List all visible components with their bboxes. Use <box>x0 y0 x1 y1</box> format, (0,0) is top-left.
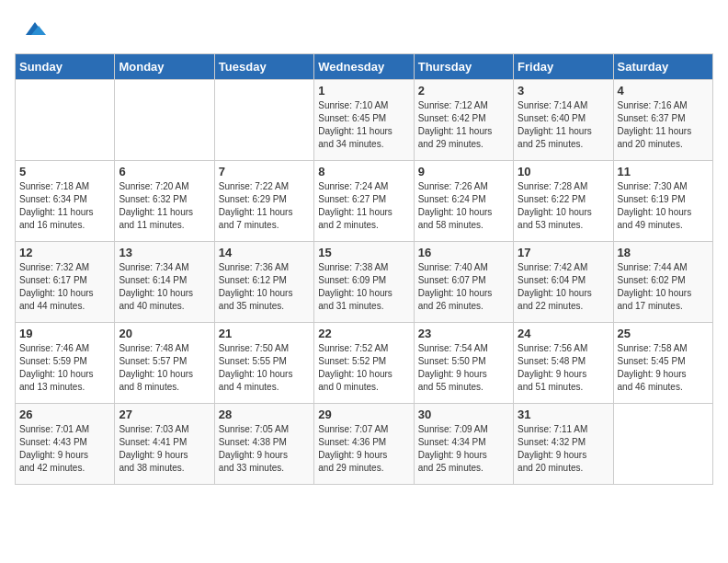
day-cell: 4Sunrise: 7:16 AM Sunset: 6:37 PM Daylig… <box>613 80 712 161</box>
day-number: 10 <box>518 165 609 178</box>
day-number: 17 <box>518 246 609 259</box>
day-cell: 21Sunrise: 7:50 AM Sunset: 5:55 PM Dayli… <box>214 323 313 404</box>
day-info: Sunrise: 7:34 AM Sunset: 6:14 PM Dayligh… <box>119 261 210 313</box>
day-info: Sunrise: 7:03 AM Sunset: 4:41 PM Dayligh… <box>119 423 210 475</box>
day-info: Sunrise: 7:30 AM Sunset: 6:19 PM Dayligh… <box>618 180 709 232</box>
day-info: Sunrise: 7:36 AM Sunset: 6:12 PM Dayligh… <box>219 261 310 313</box>
day-cell: 5Sunrise: 7:18 AM Sunset: 6:34 PM Daylig… <box>16 161 115 242</box>
day-number: 18 <box>618 246 709 259</box>
day-cell: 24Sunrise: 7:56 AM Sunset: 5:48 PM Dayli… <box>514 323 613 404</box>
day-info: Sunrise: 7:05 AM Sunset: 4:38 PM Dayligh… <box>219 423 310 475</box>
day-info: Sunrise: 7:18 AM Sunset: 6:34 PM Dayligh… <box>19 180 110 232</box>
day-cell: 23Sunrise: 7:54 AM Sunset: 5:50 PM Dayli… <box>414 323 513 404</box>
day-info: Sunrise: 7:52 AM Sunset: 5:52 PM Dayligh… <box>318 342 409 394</box>
week-row-2: 5Sunrise: 7:18 AM Sunset: 6:34 PM Daylig… <box>16 161 713 242</box>
day-number: 15 <box>318 246 409 259</box>
day-cell: 22Sunrise: 7:52 AM Sunset: 5:52 PM Dayli… <box>314 323 414 404</box>
day-cell: 1Sunrise: 7:10 AM Sunset: 6:45 PM Daylig… <box>314 80 414 161</box>
day-info: Sunrise: 7:44 AM Sunset: 6:02 PM Dayligh… <box>618 261 709 313</box>
day-info: Sunrise: 7:10 AM Sunset: 6:45 PM Dayligh… <box>318 99 409 151</box>
day-cell: 20Sunrise: 7:48 AM Sunset: 5:57 PM Dayli… <box>115 323 214 404</box>
logo-icon <box>18 15 46 42</box>
day-number: 6 <box>119 165 210 178</box>
header-row: SundayMondayTuesdayWednesdayThursdayFrid… <box>16 54 713 80</box>
day-cell: 18Sunrise: 7:44 AM Sunset: 6:02 PM Dayli… <box>613 242 712 323</box>
day-number: 3 <box>518 84 609 98</box>
day-cell: 10Sunrise: 7:28 AM Sunset: 6:22 PM Dayli… <box>514 161 613 242</box>
day-cell: 8Sunrise: 7:24 AM Sunset: 6:27 PM Daylig… <box>314 161 414 242</box>
column-header-sunday: Sunday <box>16 54 115 80</box>
day-number: 1 <box>318 84 409 98</box>
day-cell: 9Sunrise: 7:26 AM Sunset: 6:24 PM Daylig… <box>414 161 513 242</box>
column-header-saturday: Saturday <box>613 54 712 80</box>
day-number: 21 <box>219 327 310 340</box>
day-info: Sunrise: 7:56 AM Sunset: 5:48 PM Dayligh… <box>518 342 609 394</box>
day-number: 7 <box>219 165 310 178</box>
day-cell: 3Sunrise: 7:14 AM Sunset: 6:40 PM Daylig… <box>514 80 613 161</box>
logo <box>15 15 46 42</box>
day-cell: 2Sunrise: 7:12 AM Sunset: 6:42 PM Daylig… <box>414 80 513 161</box>
day-info: Sunrise: 7:16 AM Sunset: 6:37 PM Dayligh… <box>618 99 709 151</box>
day-cell: 25Sunrise: 7:58 AM Sunset: 5:45 PM Dayli… <box>613 323 712 404</box>
day-number: 8 <box>318 165 409 178</box>
day-info: Sunrise: 7:22 AM Sunset: 6:29 PM Dayligh… <box>219 180 310 232</box>
day-cell: 12Sunrise: 7:32 AM Sunset: 6:17 PM Dayli… <box>16 242 115 323</box>
day-info: Sunrise: 7:14 AM Sunset: 6:40 PM Dayligh… <box>518 99 609 151</box>
day-number: 31 <box>518 408 609 421</box>
day-info: Sunrise: 7:07 AM Sunset: 4:36 PM Dayligh… <box>318 423 409 475</box>
day-info: Sunrise: 7:50 AM Sunset: 5:55 PM Dayligh… <box>219 342 310 394</box>
day-cell: 30Sunrise: 7:09 AM Sunset: 4:34 PM Dayli… <box>414 404 513 485</box>
day-number: 2 <box>418 84 509 98</box>
day-cell: 16Sunrise: 7:40 AM Sunset: 6:07 PM Dayli… <box>414 242 513 323</box>
page-header <box>15 15 713 42</box>
day-number: 25 <box>618 327 709 340</box>
day-info: Sunrise: 7:38 AM Sunset: 6:09 PM Dayligh… <box>318 261 409 313</box>
day-cell: 7Sunrise: 7:22 AM Sunset: 6:29 PM Daylig… <box>214 161 313 242</box>
day-number: 30 <box>418 408 509 421</box>
column-header-thursday: Thursday <box>414 54 513 80</box>
day-number: 13 <box>119 246 210 259</box>
day-cell: 26Sunrise: 7:01 AM Sunset: 4:43 PM Dayli… <box>16 404 115 485</box>
day-number: 14 <box>219 246 310 259</box>
day-number: 23 <box>418 327 509 340</box>
day-cell: 13Sunrise: 7:34 AM Sunset: 6:14 PM Dayli… <box>115 242 214 323</box>
day-number: 16 <box>418 246 509 259</box>
day-cell: 27Sunrise: 7:03 AM Sunset: 4:41 PM Dayli… <box>115 404 214 485</box>
day-info: Sunrise: 7:01 AM Sunset: 4:43 PM Dayligh… <box>19 423 110 475</box>
day-info: Sunrise: 7:54 AM Sunset: 5:50 PM Dayligh… <box>418 342 509 394</box>
day-info: Sunrise: 7:48 AM Sunset: 5:57 PM Dayligh… <box>119 342 210 394</box>
day-number: 19 <box>19 327 110 340</box>
day-info: Sunrise: 7:42 AM Sunset: 6:04 PM Dayligh… <box>518 261 609 313</box>
day-info: Sunrise: 7:12 AM Sunset: 6:42 PM Dayligh… <box>418 99 509 151</box>
day-number: 28 <box>219 408 310 421</box>
day-number: 5 <box>19 165 110 178</box>
day-info: Sunrise: 7:09 AM Sunset: 4:34 PM Dayligh… <box>418 423 509 475</box>
day-cell: 6Sunrise: 7:20 AM Sunset: 6:32 PM Daylig… <box>115 161 214 242</box>
week-row-4: 19Sunrise: 7:46 AM Sunset: 5:59 PM Dayli… <box>16 323 713 404</box>
day-info: Sunrise: 7:46 AM Sunset: 5:59 PM Dayligh… <box>19 342 110 394</box>
day-cell <box>214 80 313 161</box>
day-info: Sunrise: 7:32 AM Sunset: 6:17 PM Dayligh… <box>19 261 110 313</box>
day-cell <box>613 404 712 485</box>
week-row-3: 12Sunrise: 7:32 AM Sunset: 6:17 PM Dayli… <box>16 242 713 323</box>
day-cell: 28Sunrise: 7:05 AM Sunset: 4:38 PM Dayli… <box>214 404 313 485</box>
week-row-1: 1Sunrise: 7:10 AM Sunset: 6:45 PM Daylig… <box>16 80 713 161</box>
day-info: Sunrise: 7:20 AM Sunset: 6:32 PM Dayligh… <box>119 180 210 232</box>
week-row-5: 26Sunrise: 7:01 AM Sunset: 4:43 PM Dayli… <box>16 404 713 485</box>
day-number: 27 <box>119 408 210 421</box>
column-header-wednesday: Wednesday <box>314 54 414 80</box>
day-info: Sunrise: 7:26 AM Sunset: 6:24 PM Dayligh… <box>418 180 509 232</box>
calendar-table: SundayMondayTuesdayWednesdayThursdayFrid… <box>15 53 713 485</box>
day-info: Sunrise: 7:58 AM Sunset: 5:45 PM Dayligh… <box>618 342 709 394</box>
day-cell: 15Sunrise: 7:38 AM Sunset: 6:09 PM Dayli… <box>314 242 414 323</box>
day-info: Sunrise: 7:28 AM Sunset: 6:22 PM Dayligh… <box>518 180 609 232</box>
day-cell: 19Sunrise: 7:46 AM Sunset: 5:59 PM Dayli… <box>16 323 115 404</box>
day-cell: 11Sunrise: 7:30 AM Sunset: 6:19 PM Dayli… <box>613 161 712 242</box>
day-info: Sunrise: 7:40 AM Sunset: 6:07 PM Dayligh… <box>418 261 509 313</box>
day-number: 12 <box>19 246 110 259</box>
day-cell: 29Sunrise: 7:07 AM Sunset: 4:36 PM Dayli… <box>314 404 414 485</box>
day-cell: 31Sunrise: 7:11 AM Sunset: 4:32 PM Dayli… <box>514 404 613 485</box>
day-number: 22 <box>318 327 409 340</box>
day-number: 20 <box>119 327 210 340</box>
day-info: Sunrise: 7:11 AM Sunset: 4:32 PM Dayligh… <box>518 423 609 475</box>
